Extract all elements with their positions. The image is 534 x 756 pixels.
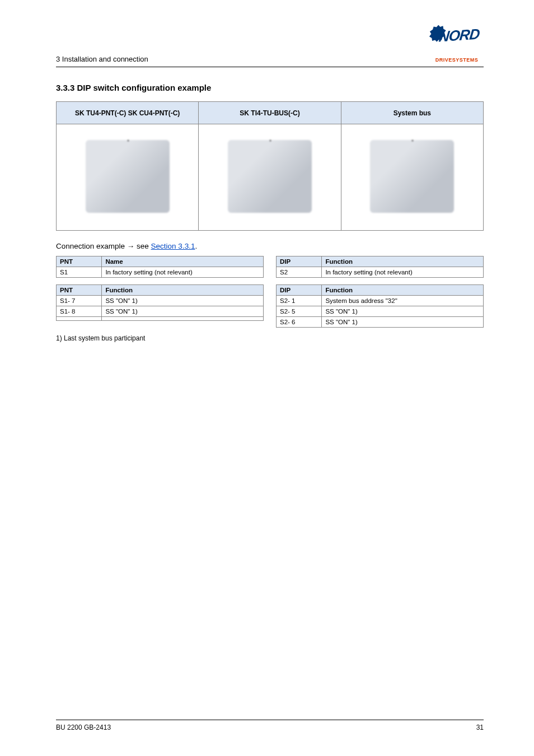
cell: S1- 8 xyxy=(57,306,102,317)
intro-suffix: . xyxy=(195,242,197,250)
pin-cell-2 xyxy=(199,124,341,231)
logo-text: NORD xyxy=(438,25,480,45)
pin-cell-1 xyxy=(57,124,199,231)
table-row: S2- 6 SS "ON" 1) xyxy=(277,317,484,328)
table-row: S2- 1 System bus address "32" xyxy=(277,296,484,306)
th-function: Function xyxy=(322,285,484,296)
table-row: S2 In factory setting (not relevant) xyxy=(277,267,484,278)
pin-cell-3 xyxy=(341,124,483,231)
product-image-1 xyxy=(86,140,170,213)
cell: SS "ON" 1) xyxy=(322,306,484,317)
section-title: 3.3.3 DIP switch configuration example xyxy=(56,83,484,92)
th-function: Function xyxy=(102,285,264,296)
dip-table-left-2: PNT Function S1- 7 SS "ON" 1) S1- 8 SS "… xyxy=(56,284,264,321)
footer-doc-id: BU 2200 GB-2413 xyxy=(56,724,111,731)
cell: SS "ON" 1) xyxy=(102,296,264,306)
cell: In factory setting (not relevant) xyxy=(102,267,264,278)
cell: S2 xyxy=(277,267,322,278)
cell: SS "ON" 1) xyxy=(102,306,264,317)
intro-text: Connection example → see Section 3.3.1. xyxy=(56,242,484,250)
product-image-table: SK TU4-PNT(-C) SK CU4-PNT(-C) SK TI4-TU-… xyxy=(56,101,484,231)
pin-header-3: System bus xyxy=(341,102,483,124)
th-pnt: PNT xyxy=(57,285,102,296)
breadcrumb: 3 Installation and connection xyxy=(56,22,148,63)
cell: S2- 5 xyxy=(277,306,322,317)
cell xyxy=(57,317,102,321)
th-dip: DIP xyxy=(277,256,322,267)
table-row: S1 In factory setting (not relevant) xyxy=(57,267,264,278)
cell: System bus address "32" xyxy=(322,296,484,306)
cell: In factory setting (not relevant) xyxy=(322,267,484,278)
table-row: S1- 8 SS "ON" 1) xyxy=(57,306,264,317)
th-name: Name xyxy=(102,256,264,267)
dip-table-left-1: PNT Name S1 In factory setting (not rele… xyxy=(56,256,264,278)
footnote: 1) Last system bus participant xyxy=(56,334,484,342)
logo-subtext: DRIVESYSTEMS xyxy=(430,57,484,63)
th-dip: DIP xyxy=(277,285,322,296)
divider xyxy=(56,67,484,67)
product-image-3 xyxy=(370,140,454,213)
dip-table-right-1: DIP Function S2 In factory setting (not … xyxy=(276,256,484,278)
pin-header-1: SK TU4-PNT(-C) SK CU4-PNT(-C) xyxy=(57,102,199,124)
cell: S1- 7 xyxy=(57,296,102,306)
table-row: S2- 5 SS "ON" 1) xyxy=(277,306,484,317)
product-image-2 xyxy=(228,140,312,213)
page-number: 31 xyxy=(476,724,484,731)
intro-prefix: Connection example → see xyxy=(56,242,151,250)
table-row: S1- 7 SS "ON" 1) xyxy=(57,296,264,306)
cell xyxy=(102,317,264,321)
pin-header-2: SK TI4-TU-BUS(-C) xyxy=(199,102,341,124)
divider xyxy=(56,720,484,720)
th-pnt: PNT xyxy=(57,256,102,267)
dip-table-right-2: DIP Function S2- 1 System bus address "3… xyxy=(276,284,484,328)
page-footer: BU 2200 GB-2413 31 xyxy=(56,720,484,731)
cell: S2- 6 xyxy=(277,317,322,328)
th-function: Function xyxy=(322,256,484,267)
brand-logo: NORD DRIVESYSTEMS xyxy=(430,22,484,63)
cell: S2- 1 xyxy=(277,296,322,306)
cell: S1 xyxy=(57,267,102,278)
section-link[interactable]: Section 3.3.1 xyxy=(151,242,195,250)
cell: SS "ON" 1) xyxy=(322,317,484,328)
table-row xyxy=(57,317,264,321)
